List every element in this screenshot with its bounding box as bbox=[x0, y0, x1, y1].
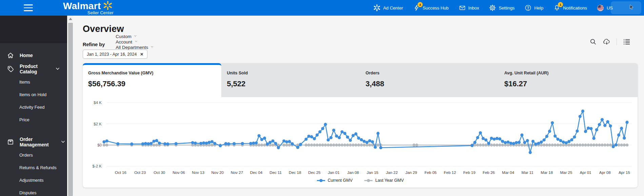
overview-metrics-card: Gross Merchandise Value (GMV)$56,756.39U… bbox=[83, 63, 638, 188]
sidebar-subitem-orders[interactable]: Orders bbox=[0, 149, 67, 161]
svg-text:Apr 01: Apr 01 bbox=[580, 171, 591, 175]
toolbar-divider bbox=[617, 38, 617, 45]
header-nav: Ad Center4Success HubInboxSettingsHelp1N… bbox=[374, 0, 613, 16]
svg-text:Nov 06: Nov 06 bbox=[173, 171, 185, 175]
filter-dropdown-custom[interactable]: Custom bbox=[116, 34, 154, 39]
gmv-line-chart[interactable]: $4 K$2 K$0$-2 KOct 16Oct 23Oct 30Nov 06N… bbox=[83, 97, 638, 188]
sidebar-nav: HomeProduct CatalogItemsItems on HoldAct… bbox=[0, 43, 67, 196]
header-nav-inbox[interactable]: Inbox bbox=[459, 4, 479, 11]
legend-marker-icon bbox=[364, 179, 373, 182]
metric-tab-avg-unit-retail-aur[interactable]: Avg. Unit Retail (AUR)$16.27 bbox=[499, 63, 638, 97]
nav-label: Ad Center bbox=[383, 5, 403, 11]
bell-icon: 1 bbox=[554, 4, 560, 11]
question-icon bbox=[525, 4, 531, 11]
chevron-down-icon[interactable] bbox=[60, 138, 66, 146]
walmart-seller-center-logo[interactable]: Walmart Seller Center bbox=[63, 1, 114, 15]
metric-tab-orders[interactable]: Orders3,488 bbox=[360, 63, 499, 97]
svg-text:Feb 26: Feb 26 bbox=[483, 171, 495, 175]
home-icon bbox=[7, 52, 14, 59]
svg-text:$4 K: $4 K bbox=[94, 101, 102, 105]
header-nav-settings[interactable]: Settings bbox=[489, 4, 515, 11]
remove-date-filter-icon[interactable]: ✕ bbox=[140, 52, 143, 56]
svg-text:Jan 01: Jan 01 bbox=[328, 171, 340, 175]
metric-tab-units-sold[interactable]: Units Sold5,522 bbox=[221, 63, 360, 97]
filter-label: Custom bbox=[116, 34, 132, 39]
header-highlight-area bbox=[611, 1, 641, 14]
svg-text:Feb 19: Feb 19 bbox=[463, 171, 476, 175]
legend-last-year-gmv[interactable]: Last Year GMV bbox=[364, 178, 404, 183]
metric-value: 3,488 bbox=[366, 79, 494, 88]
svg-text:Oct 23: Oct 23 bbox=[134, 171, 146, 175]
sidebar-scrollbar[interactable] bbox=[67, 16, 73, 196]
refine-by-label: Refine by bbox=[83, 42, 105, 47]
search-icon[interactable] bbox=[589, 38, 597, 46]
metric-tab-gross-merchandise-value-gmv[interactable]: Gross Merchandise Value (GMV)$56,756.39 bbox=[83, 63, 221, 97]
spark-icon bbox=[374, 4, 380, 11]
svg-text:Mar 18: Mar 18 bbox=[541, 171, 553, 175]
sidebar-item-label: Home bbox=[20, 53, 33, 58]
sidebar-subitem-adjustments[interactable]: Adjustments bbox=[0, 174, 67, 186]
scrollbar-thumb[interactable] bbox=[68, 23, 73, 196]
sidebar-item-order-management[interactable]: Order Management bbox=[0, 135, 67, 149]
svg-text:Feb 05: Feb 05 bbox=[424, 171, 437, 175]
svg-text:Jan 08: Jan 08 bbox=[347, 171, 359, 175]
nav-label: Success Hub bbox=[423, 5, 449, 11]
svg-text:Dec 04: Dec 04 bbox=[250, 171, 263, 175]
metric-label: Units Sold bbox=[227, 71, 355, 75]
header-nav-notifications[interactable]: 1Notifications bbox=[554, 4, 587, 11]
page-title: Overview bbox=[83, 24, 124, 34]
svg-text:Feb 12: Feb 12 bbox=[444, 171, 456, 175]
svg-text:Dec 18: Dec 18 bbox=[289, 171, 301, 175]
nav-label: Notifications bbox=[563, 5, 587, 11]
sidebar-subitem-returns-refunds[interactable]: Returns & Refunds bbox=[0, 161, 67, 174]
legend-marker-icon bbox=[317, 179, 325, 182]
filter-dropdown-account[interactable]: Account bbox=[116, 39, 154, 44]
legend-label: Last Year GMV bbox=[375, 178, 404, 183]
sidebar-item-product-catalog[interactable]: Product Catalog bbox=[0, 62, 67, 76]
mouse-cursor bbox=[629, 4, 635, 10]
svg-text:Oct 16: Oct 16 bbox=[115, 171, 126, 175]
svg-text:$0: $0 bbox=[97, 143, 102, 147]
metric-label: Orders bbox=[366, 71, 494, 75]
store-logo-placeholder bbox=[0, 16, 67, 43]
toolbar-icons bbox=[589, 38, 630, 46]
nav-label: Settings bbox=[499, 5, 515, 11]
svg-text:$2 K: $2 K bbox=[94, 122, 102, 126]
filter-dropdown-all-departments[interactable]: All Departments bbox=[116, 44, 154, 50]
date-range-chip[interactable]: Jan 1, 2023 - Apr 16, 2024 ✕ bbox=[83, 50, 147, 59]
svg-text:Nov 13: Nov 13 bbox=[192, 171, 204, 175]
main-content: Overview Refine by CustomAccountAll Depa… bbox=[73, 16, 644, 196]
svg-text:Mar 04: Mar 04 bbox=[502, 171, 514, 175]
list-view-icon[interactable] bbox=[623, 38, 630, 46]
chevron-down-icon[interactable] bbox=[54, 65, 61, 73]
refine-bar: Refine by CustomAccountAll DepartmentsAl… bbox=[83, 40, 165, 49]
metric-value: $56,756.39 bbox=[88, 79, 216, 88]
sidebar-subitem-items-on-hold[interactable]: Items on Hold bbox=[0, 88, 67, 101]
bolt-icon: 4 bbox=[413, 4, 420, 11]
chevron-down-icon bbox=[133, 34, 138, 39]
svg-text:$-2 K: $-2 K bbox=[93, 164, 102, 168]
left-sidebar: HomeProduct CatalogItemsItems on HoldAct… bbox=[0, 16, 67, 196]
header-nav-success-hub[interactable]: 4Success Hub bbox=[413, 4, 449, 11]
header-nav-help[interactable]: Help bbox=[525, 4, 543, 11]
svg-text:Jan 29: Jan 29 bbox=[405, 171, 417, 175]
svg-text:Mar 25: Mar 25 bbox=[560, 171, 572, 175]
download-cloud-icon[interactable] bbox=[603, 38, 610, 46]
sidebar-subitem-activity-feed[interactable]: Activity Feed bbox=[0, 101, 67, 113]
tag-icon bbox=[7, 65, 14, 73]
sidebar-subitem-items[interactable]: Items bbox=[0, 76, 67, 88]
envelope-icon bbox=[459, 4, 466, 11]
hamburger-menu-icon[interactable] bbox=[24, 4, 33, 11]
sidebar-item-home[interactable]: Home bbox=[0, 49, 67, 62]
header-nav-ad-center[interactable]: Ad Center bbox=[374, 4, 403, 11]
scrollbar-up-arrow-icon[interactable] bbox=[67, 16, 73, 22]
svg-text:Dec 11: Dec 11 bbox=[269, 171, 282, 175]
legend-current-gmv[interactable]: Current GMV bbox=[317, 178, 353, 183]
svg-text:Jan 15: Jan 15 bbox=[367, 171, 379, 175]
gear-icon bbox=[489, 4, 496, 11]
sidebar-subitem-disputes[interactable]: Disputes bbox=[0, 186, 67, 196]
sidebar-subitem-price[interactable]: Price bbox=[0, 113, 67, 126]
nav-label: Help bbox=[534, 5, 543, 11]
svg-text:Dec 25: Dec 25 bbox=[308, 171, 320, 175]
sidebar-item-label: Order Management bbox=[20, 137, 49, 147]
